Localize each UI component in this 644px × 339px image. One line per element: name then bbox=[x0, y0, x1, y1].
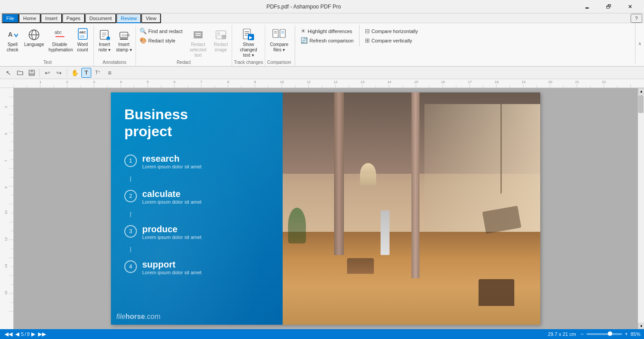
find-redact-button[interactable]: 🔍 Find and redact bbox=[138, 27, 184, 35]
next-page-button[interactable]: ▶ bbox=[30, 331, 36, 337]
refresh-comparison-button[interactable]: 🔄 Refresh comparison bbox=[298, 36, 356, 45]
svg-text:STAMP: STAMP bbox=[122, 34, 130, 37]
menu-document[interactable]: Document bbox=[85, 13, 116, 23]
compare-files-button[interactable]: ↔ Comparefiles ▾ bbox=[268, 27, 290, 54]
ruler-svg: 1 2 3 4 5 6 7 8 9 10 11 12 13 14 15 16 1… bbox=[13, 79, 638, 88]
hand-tool-button[interactable]: ✋ bbox=[70, 68, 80, 78]
svg-text:2: 2 bbox=[66, 80, 68, 84]
language-button[interactable]: Language bbox=[22, 27, 46, 48]
scroll-up-button[interactable]: ▲ bbox=[638, 88, 644, 94]
svg-text:20: 20 bbox=[548, 80, 552, 84]
document-canvas[interactable]: 1 Businessproject 1 research Lorem ipsum… bbox=[13, 88, 638, 329]
language-icon bbox=[27, 28, 41, 42]
menu-home[interactable]: Home bbox=[19, 13, 41, 23]
redo-button[interactable]: ↪ bbox=[54, 68, 64, 78]
vertical-scrollbar[interactable]: ▲ ▼ bbox=[638, 88, 644, 329]
maximize-button[interactable]: 🗗 bbox=[598, 0, 619, 13]
menu-bar: File Home Insert Pages Document Review V… bbox=[0, 13, 644, 23]
svg-text:15: 15 bbox=[414, 80, 418, 84]
svg-rect-23 bbox=[222, 35, 226, 39]
step-title-4: support bbox=[142, 259, 202, 270]
menu-insert[interactable]: Insert bbox=[41, 13, 62, 23]
prev-page-button[interactable]: ◀ bbox=[14, 331, 20, 337]
current-page: 5 bbox=[21, 331, 24, 337]
word-count-icon: ABC 123 bbox=[76, 28, 90, 42]
zoom-out-button[interactable]: − bbox=[580, 331, 585, 337]
ribbon-collapse-button[interactable]: ∧ bbox=[635, 23, 644, 63]
scroll-thumb[interactable] bbox=[638, 95, 644, 113]
svg-text:12: 12 bbox=[334, 80, 338, 84]
add-text-button[interactable]: T⁺ bbox=[93, 68, 103, 78]
svg-text:5: 5 bbox=[4, 133, 8, 135]
svg-text:7: 7 bbox=[200, 80, 203, 84]
scroll-down-button[interactable]: ▼ bbox=[638, 323, 644, 329]
more-button[interactable]: ≡ bbox=[105, 68, 114, 78]
last-page-button[interactable]: ▶▶ bbox=[37, 331, 47, 337]
insert-stamp-icon: STAMP bbox=[117, 28, 131, 42]
track-changes-label: Track changes bbox=[234, 59, 263, 66]
save-button[interactable] bbox=[27, 68, 37, 78]
redact-image-button[interactable]: Redactimage bbox=[212, 27, 230, 54]
open-button[interactable] bbox=[15, 68, 25, 78]
show-changed-text-button[interactable]: ▶ Showchanged text ▾ bbox=[236, 27, 262, 59]
zoom-slider[interactable] bbox=[586, 333, 622, 335]
step-title-3: produce bbox=[142, 224, 202, 234]
spell-check-button[interactable]: A Spellcheck bbox=[4, 27, 21, 54]
horiz-icon: ⊟ bbox=[365, 28, 370, 34]
redact-selected-text-button[interactable]: Redactselected text bbox=[185, 27, 211, 59]
highlight-label: Highlight differences bbox=[308, 29, 352, 34]
zoom-thumb bbox=[608, 331, 612, 336]
scroll-track[interactable] bbox=[638, 94, 644, 323]
text-tool-button[interactable]: T bbox=[81, 68, 91, 78]
zoom-in-button[interactable]: + bbox=[624, 331, 629, 337]
svg-text:1: 1 bbox=[39, 80, 42, 84]
svg-text:3: 3 bbox=[4, 106, 8, 108]
connector-1 bbox=[130, 176, 131, 182]
redact-style-button[interactable]: 🎨 Redact style bbox=[138, 36, 184, 45]
spell-check-label: Spellcheck bbox=[7, 42, 18, 53]
close-button[interactable]: ✕ bbox=[620, 0, 640, 13]
ribbon-group-track-changes: ▶ Showchanged text ▾ Track changes bbox=[232, 25, 265, 66]
svg-text:4: 4 bbox=[120, 80, 122, 84]
spell-check-icon: A bbox=[5, 28, 20, 42]
annotations-group-label: Annotations bbox=[96, 59, 134, 66]
track-changes-icon: ▶ bbox=[242, 28, 256, 42]
svg-text:21: 21 bbox=[575, 80, 579, 84]
zoom-control: − + 85% bbox=[580, 331, 640, 337]
status-bar: ◀◀ ◀ 5 / 9 ▶ ▶▶ 29.7 x 21 cm − + 85% bbox=[0, 329, 644, 339]
menu-review[interactable]: Review bbox=[116, 13, 141, 23]
insert-note-icon: + bbox=[97, 28, 112, 42]
svg-text:7: 7 bbox=[4, 159, 8, 162]
connector-2 bbox=[130, 212, 131, 217]
step-4: 4 support Lorem ipsum dolor sit amet bbox=[124, 259, 269, 275]
menu-view[interactable]: View bbox=[141, 13, 161, 23]
compare-files-icon: ↔ bbox=[272, 28, 286, 42]
svg-text:A: A bbox=[8, 31, 13, 38]
disable-hyphenation-button[interactable]: abc Disablehyphenation bbox=[47, 27, 73, 54]
svg-text:+: + bbox=[107, 38, 109, 40]
step-title-2: calculate bbox=[142, 189, 202, 199]
step-circle-3: 3 bbox=[124, 225, 137, 238]
menu-pages[interactable]: Pages bbox=[62, 13, 85, 23]
menu-file[interactable]: File bbox=[2, 13, 19, 23]
help-button[interactable]: ? bbox=[631, 14, 642, 23]
step-1: 1 research Lorem ipsum dolor sit amet bbox=[124, 154, 269, 169]
insert-stamp-button[interactable]: STAMP Insertstamp ▾ bbox=[114, 27, 134, 54]
svg-text:12: 12 bbox=[4, 237, 8, 241]
insert-note-button[interactable]: + Insertnote ▾ bbox=[96, 27, 114, 54]
word-count-button[interactable]: ABC 123 Wordcount bbox=[74, 27, 92, 54]
svg-text:14: 14 bbox=[387, 80, 391, 84]
svg-text:3: 3 bbox=[93, 80, 95, 84]
page-separator: / bbox=[25, 331, 26, 337]
highlight-differences-button[interactable]: ☀ Highlight differences bbox=[298, 27, 356, 35]
step-list: 1 research Lorem ipsum dolor sit amet 2 bbox=[124, 154, 269, 275]
first-page-button[interactable]: ◀◀ bbox=[4, 331, 13, 337]
show-changed-text-label: Showchanged text ▾ bbox=[237, 42, 260, 58]
compare-horizontally-button[interactable]: ⊟ Compare horizontally bbox=[362, 27, 421, 35]
title-bar: PDFs.pdf - Ashampoo PDF Pro 🗕 🗗 ✕ bbox=[0, 0, 644, 13]
undo-button[interactable]: ↩ bbox=[42, 68, 52, 78]
select-tool-button[interactable]: ↖ bbox=[4, 68, 13, 78]
compare-vertically-button[interactable]: ⊞ Compare vertically bbox=[362, 36, 421, 45]
minimize-button[interactable]: 🗕 bbox=[577, 0, 597, 13]
svg-text:10: 10 bbox=[280, 80, 284, 84]
